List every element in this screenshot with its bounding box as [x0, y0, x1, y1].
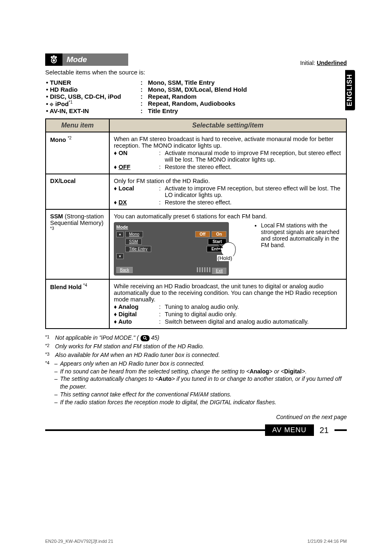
menu-item: Mono *2 — [46, 132, 109, 174]
menu-item: DX/Local — [46, 174, 109, 209]
mode-header: Mode — [45, 53, 128, 66]
menu-item: SSM (Strong-station Sequential Memory) *… — [46, 209, 109, 279]
source-list: • TUNER:Mono, SSM, Title Entry• HD Radio… — [46, 79, 347, 114]
magnifier-icon — [141, 335, 150, 341]
footnotes: *1Not applicable in "iPod MODE." ( 45)*2… — [45, 334, 347, 406]
footer-bar: AV MENU 21 — [45, 424, 347, 436]
mode-title: Mode — [62, 53, 128, 66]
setting-content: When an FM stereo broadcast is hard to r… — [109, 132, 346, 174]
print-meta: EN20-29_KW-ADV792[J]f.indd 21 1/21/09 2:… — [45, 539, 347, 544]
svg-point-5 — [143, 336, 146, 339]
section-tag: AV MENU — [265, 424, 314, 436]
menu-item: Blend Hold *4 — [46, 279, 109, 329]
svg-point-2 — [51, 57, 53, 58]
setting-content: Only for FM station of the HD Radio.♦ Lo… — [109, 174, 346, 209]
mode-icon — [45, 53, 62, 66]
settings-table: Menu item Selectable setting/item Mono *… — [45, 118, 347, 329]
initial-indicator: Initial: Underlined — [300, 60, 347, 66]
intro-text: Selectable items when the source is: — [45, 69, 347, 76]
setting-content: While receiving an HD Radio broadcast, t… — [109, 279, 346, 329]
header-menu-item: Menu item — [46, 119, 109, 132]
svg-point-4 — [55, 57, 57, 58]
ssm-screen: Mode▲MonoOffOnSSMStartTitle EntryEnter▼B… — [114, 222, 229, 276]
header-selectable: Selectable setting/item — [109, 119, 346, 132]
page-number: 21 — [314, 426, 334, 435]
continued-text: Continued on the next page — [45, 414, 347, 420]
setting-content: You can automatically preset 6 stations … — [109, 209, 346, 279]
svg-point-1 — [53, 60, 55, 61]
svg-line-6 — [145, 339, 147, 340]
svg-point-3 — [53, 56, 55, 57]
